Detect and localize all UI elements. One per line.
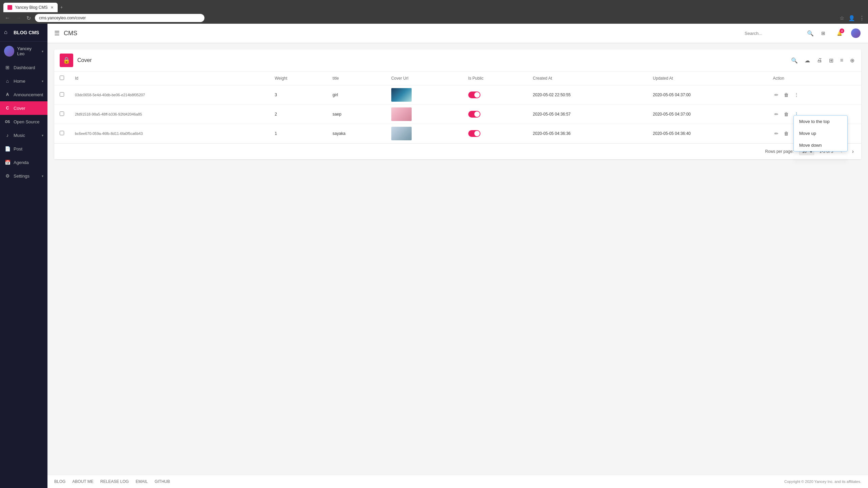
footer-link-about-me[interactable]: ABOUT ME (72, 479, 93, 484)
sidebar-logo: ⌂ BLOG CMS (0, 24, 47, 42)
sidebar-item-home[interactable]: ⌂ Home ▾ (0, 74, 47, 88)
table-row: bc6ee670-059a-46fb-8d11-6fa0f5ca6b43 1 s… (54, 124, 861, 143)
toolbar-upload-icon[interactable]: ☁ (803, 56, 811, 65)
footer-link-email[interactable]: EMAIL (136, 479, 148, 484)
tab-close-button[interactable]: ✕ (51, 5, 54, 10)
row-weight-cell: 3 (269, 85, 327, 105)
toolbar-search-icon[interactable]: 🔍 (790, 56, 799, 65)
avatar (4, 46, 14, 57)
new-tab-button[interactable]: + (58, 3, 68, 12)
footer-link-blog[interactable]: BLOG (54, 479, 65, 484)
row-created-at-cell: 2020-05-02 22:50:55 (528, 85, 648, 105)
toolbar-add-icon[interactable]: ⊕ (849, 56, 856, 65)
topbar: ☰ CMS 🔍 ⊞ 🔔 4 (47, 24, 868, 43)
sidebar-item-announcement[interactable]: A Announcement (0, 88, 47, 101)
menu-icon[interactable]: ⋮ (859, 15, 865, 21)
agenda-icon: 📅 (4, 159, 11, 166)
row-action-cell: ✏ 🗑 ⋮ (768, 85, 861, 105)
sidebar-item-label: Post (14, 146, 22, 151)
header-checkbox-col (54, 72, 70, 85)
row-id-cell: 2fd91518-98a5-48ff-b336-92fd42046a85 (70, 105, 269, 124)
browser-addressbar: ← → ↻ ☆ 👤 ⋮ (0, 12, 868, 24)
sidebar: ⌂ BLOG CMS Yancey Leo ▾ ⊞ Dashboard ⌂ Ho… (0, 24, 47, 488)
dashboard-icon: ⊞ (4, 64, 11, 71)
tab-favicon (7, 5, 12, 10)
row-checkbox-cell (54, 85, 70, 105)
cover-card-header: 🔒 Cover 🔍 ☁ 🖨 ⊞ ≡ ⊕ (54, 49, 861, 72)
sidebar-item-settings[interactable]: ⚙ Settings ▾ (0, 169, 47, 183)
notification-icon[interactable]: 🔔 4 (834, 28, 845, 39)
row-created-at-cell: 2020-05-05 04:36:57 (528, 105, 648, 124)
home-nav-icon: ⌂ (4, 78, 11, 84)
dropdown-item-move-top[interactable]: Move to the top (794, 116, 847, 127)
address-bar[interactable] (35, 14, 204, 22)
sidebar-item-label: Settings (14, 174, 29, 179)
is-public-toggle[interactable] (468, 111, 480, 118)
cover-card: 🔒 Cover 🔍 ☁ 🖨 ⊞ ≡ ⊕ (54, 49, 861, 159)
sidebar-item-cover[interactable]: C Cover (0, 101, 47, 115)
sidebar-item-post[interactable]: 📄 Post (0, 142, 47, 156)
table-header-row: Id Weight title Cover Url Is Public Crea… (54, 72, 861, 85)
footer: BLOG ABOUT ME RELEASE LOG EMAIL GITHUB C… (47, 475, 868, 488)
toolbar-filter-icon[interactable]: ≡ (839, 56, 845, 65)
pagination-next-button[interactable]: › (850, 148, 856, 155)
announcement-icon: A (4, 91, 11, 98)
active-tab[interactable]: Yancey Blog CMS ✕ (3, 3, 58, 12)
cover-icon: C (4, 105, 11, 111)
is-public-toggle[interactable] (468, 130, 480, 137)
grid-view-icon[interactable]: ⊞ (818, 28, 829, 39)
search-input[interactable] (742, 29, 804, 37)
sidebar-item-opensource[interactable]: OS Open Source (0, 115, 47, 128)
edit-icon[interactable]: ✏ (773, 129, 780, 138)
star-icon[interactable]: ☆ (840, 15, 844, 21)
toolbar-columns-icon[interactable]: ⊞ (828, 56, 835, 65)
dropdown-item-move-up[interactable]: Move up (794, 127, 847, 139)
row-cover-url-cell (386, 105, 463, 124)
edit-icon[interactable]: ✏ (773, 110, 780, 118)
search-icon[interactable]: 🔍 (807, 30, 814, 37)
toolbar-print-icon[interactable]: 🖨 (815, 56, 824, 65)
select-all-checkbox[interactable] (60, 76, 64, 80)
user-icon[interactable]: 👤 (848, 15, 855, 21)
row-checkbox-cell (54, 105, 70, 124)
row-updated-at-cell: 2020-05-05 04:36:40 (648, 124, 768, 143)
row-weight-cell: 2 (269, 105, 327, 124)
row-title-cell: sayaka (327, 124, 386, 143)
user-profile-icon[interactable] (850, 28, 861, 39)
footer-link-github[interactable]: GITHUB (155, 479, 170, 484)
is-public-toggle[interactable] (468, 92, 480, 98)
post-icon: 📄 (4, 145, 11, 152)
row-checkbox[interactable] (60, 111, 64, 116)
menu-toggle-icon[interactable]: ☰ (54, 29, 60, 37)
row-checkbox[interactable] (60, 131, 64, 135)
row-title-cell: saep (327, 105, 386, 124)
home-icon: ⌂ (4, 29, 11, 36)
edit-icon[interactable]: ✏ (773, 91, 780, 99)
delete-icon[interactable]: 🗑 (783, 91, 790, 99)
browser-tabs: Yancey Blog CMS ✕ + (3, 0, 68, 12)
col-header-id: Id (70, 72, 269, 85)
action-icons: ✏ 🗑 ⋮ (773, 91, 856, 99)
delete-icon[interactable]: 🗑 (783, 110, 790, 118)
row-cover-url-cell (386, 85, 463, 105)
back-button[interactable]: ← (3, 14, 12, 22)
table-row: 03dc0658-5e4d-40db-be06-e214b8f05207 3 g… (54, 85, 861, 105)
more-options-icon[interactable]: ⋮ (793, 91, 800, 99)
forward-button[interactable]: → (14, 14, 22, 22)
row-is-public-cell (463, 85, 528, 105)
sidebar-item-agenda[interactable]: 📅 Agenda (0, 156, 47, 169)
row-weight-cell: 1 (269, 124, 327, 143)
sidebar-item-dashboard[interactable]: ⊞ Dashboard (0, 61, 47, 74)
refresh-button[interactable]: ↻ (25, 14, 32, 23)
sidebar-user[interactable]: Yancey Leo ▾ (0, 42, 47, 61)
row-checkbox[interactable] (60, 92, 64, 97)
sidebar-username: Yancey Leo (17, 46, 39, 56)
sidebar-item-music[interactable]: ♪ Music ▾ (0, 128, 47, 142)
row-id-cell: 03dc0658-5e4d-40db-be06-e214b8f05207 (70, 85, 269, 105)
row-is-public-cell (463, 105, 528, 124)
delete-icon[interactable]: 🗑 (783, 129, 790, 138)
rows-per-page-label: Rows per page: (765, 149, 794, 154)
footer-link-release-log[interactable]: RELEASE LOG (100, 479, 129, 484)
dropdown-item-move-down[interactable]: Move down (794, 139, 847, 151)
col-header-title: title (327, 72, 386, 85)
